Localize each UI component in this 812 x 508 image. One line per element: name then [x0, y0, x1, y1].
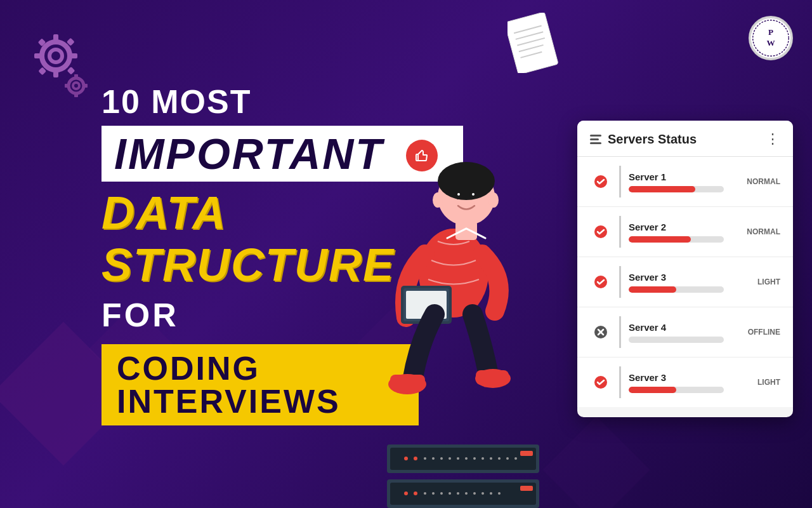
svg-rect-14 — [65, 84, 70, 88]
status-label-4: OFFLINE — [748, 328, 780, 337]
server-info-5: Server 3 — [629, 372, 751, 393]
server-row: Server 1 NORMAL — [577, 157, 793, 207]
svg-point-93 — [457, 193, 460, 196]
svg-point-30 — [424, 457, 426, 460]
svg-rect-101 — [390, 375, 425, 391]
svg-point-96 — [488, 192, 499, 208]
svg-point-36 — [473, 457, 476, 460]
svg-point-33 — [449, 457, 451, 460]
svg-rect-12 — [74, 74, 78, 79]
server-name-4: Server 4 — [629, 322, 742, 333]
status-label-5: LIGHT — [757, 378, 780, 387]
svg-point-52 — [465, 492, 468, 495]
status-label-1: NORMAL — [747, 177, 780, 186]
progress-fill-5 — [629, 387, 676, 393]
svg-rect-4 — [34, 53, 42, 58]
svg-point-50 — [449, 492, 451, 495]
svg-rect-57 — [520, 486, 533, 491]
svg-rect-9 — [67, 67, 75, 75]
gear-icon — [25, 25, 89, 102]
svg-point-31 — [432, 457, 435, 460]
svg-rect-103 — [476, 370, 509, 385]
list-icon — [590, 135, 601, 144]
status-icon-1 — [590, 171, 612, 192]
svg-point-0 — [42, 42, 70, 70]
svg-point-54 — [481, 492, 484, 495]
progress-bar-2 — [629, 236, 724, 243]
svg-point-55 — [490, 492, 492, 495]
server-info-3: Server 3 — [629, 272, 751, 293]
svg-point-34 — [457, 457, 459, 460]
server-rows-container: Server 1 NORMAL Server 2 NORMAL Server 3 — [577, 157, 793, 407]
svg-point-11 — [73, 83, 79, 89]
svg-rect-104 — [455, 221, 477, 240]
svg-point-94 — [472, 193, 475, 196]
svg-point-35 — [465, 457, 468, 460]
svg-rect-2 — [53, 34, 58, 42]
svg-point-51 — [457, 492, 459, 495]
svg-text:P: P — [768, 27, 773, 37]
server-name-1: Server 1 — [629, 171, 740, 182]
svg-rect-13 — [74, 92, 78, 97]
svg-point-1 — [49, 50, 62, 62]
person-illustration — [355, 51, 558, 508]
status-icon-4 — [590, 321, 612, 343]
svg-point-10 — [69, 78, 84, 93]
svg-point-91 — [455, 192, 461, 199]
server-info-2: Server 2 — [629, 222, 740, 243]
svg-point-29 — [414, 457, 417, 460]
svg-rect-42 — [520, 451, 533, 456]
divider-4 — [619, 316, 621, 348]
server-name-5: Server 3 — [629, 372, 751, 383]
svg-point-53 — [473, 492, 476, 495]
svg-point-37 — [481, 457, 484, 460]
svg-point-47 — [424, 492, 426, 495]
status-label-3: LIGHT — [757, 277, 780, 286]
server-info-1: Server 1 — [629, 171, 740, 192]
svg-point-28 — [404, 457, 408, 460]
server-name-3: Server 3 — [629, 272, 751, 283]
more-options-icon[interactable]: ⋮ — [766, 131, 780, 147]
svg-point-39 — [498, 457, 501, 460]
progress-fill-1 — [629, 186, 695, 192]
status-icon-2 — [590, 221, 612, 243]
svg-point-95 — [433, 192, 443, 208]
divider-1 — [619, 166, 621, 197]
svg-point-92 — [469, 192, 476, 199]
server-row: Server 2 NORMAL — [577, 207, 793, 257]
svg-point-45 — [404, 491, 408, 495]
svg-rect-44 — [390, 483, 536, 505]
svg-point-46 — [414, 491, 417, 495]
server-info-4: Server 4 — [629, 322, 742, 343]
progress-bar-4 — [629, 337, 724, 343]
status-label-2: NORMAL — [747, 227, 780, 236]
svg-point-49 — [440, 492, 443, 495]
servers-title-area: Servers Status — [590, 132, 697, 147]
svg-point-38 — [490, 457, 492, 460]
divider-5 — [619, 366, 621, 398]
svg-point-32 — [440, 457, 443, 460]
svg-point-90 — [438, 162, 495, 200]
pw-logo: P W — [749, 16, 793, 60]
status-icon-5 — [590, 371, 612, 393]
server-name-2: Server 2 — [629, 222, 740, 232]
divider-3 — [619, 266, 621, 298]
svg-rect-15 — [82, 84, 88, 88]
progress-fill-2 — [629, 236, 691, 243]
progress-fill-3 — [629, 286, 676, 293]
gear-icons — [25, 25, 89, 104]
decorative-shape-4 — [542, 416, 650, 508]
progress-bar-1 — [629, 186, 724, 192]
servers-status-card: Servers Status ⋮ Server 1 NORMAL Server … — [577, 121, 793, 417]
svg-rect-3 — [53, 70, 58, 77]
server-row: Server 3 LIGHT — [577, 257, 793, 307]
svg-rect-5 — [70, 53, 77, 58]
server-row: Server 3 LIGHT — [577, 358, 793, 407]
status-icon-3 — [590, 271, 612, 293]
svg-point-41 — [514, 457, 517, 460]
server-row: Server 4 OFFLINE — [577, 307, 793, 358]
servers-card-header: Servers Status ⋮ — [577, 121, 793, 157]
svg-rect-27 — [390, 448, 536, 470]
progress-bar-3 — [629, 286, 724, 293]
svg-point-56 — [498, 492, 501, 495]
